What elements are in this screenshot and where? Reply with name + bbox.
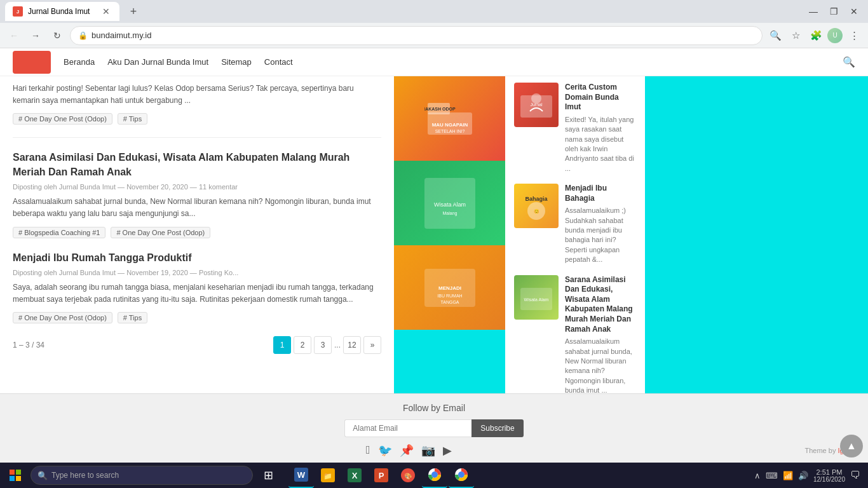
task-view-button[interactable]: ⊞	[255, 463, 281, 488]
taskbar-chrome-app[interactable]	[422, 463, 447, 488]
svg-text:TANGGA: TANGGA	[440, 300, 459, 304]
sidebar-post-excerpt-2: Assalamualaikum ;) Sudahkah sahabat bund…	[565, 206, 636, 264]
bookmark-icon[interactable]: ☆	[787, 27, 804, 44]
taskbar-app5[interactable]: 🎨	[395, 463, 421, 488]
tray-keyboard-icon[interactable]: ⌨	[766, 471, 778, 480]
article-card-top: Hari terkahir posting! Sebentar lagi lul…	[13, 83, 381, 138]
article-title-1[interactable]: Sarana Asimilasi Dan Edukasi, Wisata Ala…	[13, 151, 381, 179]
email-input[interactable]	[344, 419, 471, 437]
svg-text:IBU RUMAH: IBU RUMAH	[437, 294, 462, 298]
article-title-2[interactable]: Menjadi Ibu Rumah Tangga Produktif	[13, 251, 381, 265]
title-bar: J Jurnal Bunda Imut ✕ + — ❐ ✕	[0, 0, 868, 23]
scroll-top-button[interactable]: ▲	[840, 435, 863, 458]
svg-text:X: X	[352, 471, 358, 480]
taskbar-word-app[interactable]: W	[288, 463, 314, 488]
forward-button[interactable]: →	[27, 27, 44, 44]
sidebar-post-title-2[interactable]: Menjadi Ibu Bahagia	[565, 184, 636, 203]
instagram-icon[interactable]: 📷	[421, 444, 435, 458]
nav-contact[interactable]: Contact	[264, 57, 293, 67]
reload-button[interactable]: ↻	[48, 27, 66, 44]
svg-text:Wisata Alam: Wisata Alam	[524, 297, 549, 302]
extensions-icon[interactable]: 🧩	[807, 27, 825, 44]
minimize-button[interactable]: —	[804, 3, 822, 20]
site-logo[interactable]	[13, 51, 51, 74]
window-controls: — ❐ ✕	[804, 3, 863, 20]
maximize-button[interactable]: ❐	[825, 3, 843, 20]
sidebar-thumb-2: Bahagia 😊	[514, 184, 559, 228]
nav-beranda[interactable]: Beranda	[64, 57, 95, 67]
svg-text:P: P	[379, 471, 384, 480]
nav-sitemap[interactable]: Sitemap	[221, 57, 252, 67]
search-icon[interactable]: 🔍	[766, 27, 784, 44]
address-bar: ← → ↻ 🔒 bundaimut.my.id 🔍 ☆ 🧩 U ⋮	[0, 23, 868, 48]
sidebar-post-1: Jurnal Cerita Custom Domain Bunda Imut E…	[514, 83, 636, 173]
close-button[interactable]: ✕	[845, 3, 863, 20]
sidebar-post-excerpt-1: Exited! Ya, itulah yang saya rasakan saa…	[565, 115, 636, 173]
tray-volume-icon[interactable]: 🔊	[798, 471, 808, 480]
notification-icon[interactable]: 🗨	[850, 470, 860, 481]
article-row-2: Menjadi Ibu Rumah Tangga Produktif Dipos…	[13, 251, 381, 324]
tag-odop[interactable]: # One Day One Post (Odop)	[13, 113, 112, 125]
tray-up-arrow[interactable]: ∧	[754, 471, 761, 480]
youtube-icon[interactable]: ▶	[443, 444, 452, 458]
nav-about[interactable]: Aku Dan Jurnal Bunda Imut	[107, 57, 208, 67]
svg-text:📁: 📁	[323, 471, 332, 480]
pagination: 1 – 3 / 34 1 2 3 ... 12 »	[13, 336, 381, 354]
url-bar[interactable]: 🔒 bundaimut.my.id	[70, 26, 763, 45]
svg-point-35	[431, 471, 438, 478]
blog-posts: Hari terkahir posting! Sebentar lagi lul…	[0, 76, 394, 393]
sidebar: Jurnal Cerita Custom Domain Bunda Imut E…	[505, 76, 645, 393]
page-2-button[interactable]: 2	[294, 336, 311, 354]
page-dots: ...	[334, 341, 341, 349]
sidebar-post-content-2: Menjadi Ibu Bahagia Assalamualaikum ;) S…	[565, 184, 636, 265]
taskbar-chrome2-app[interactable]	[449, 463, 474, 488]
article-row-1: Sarana Asimilasi Dan Edukasi, Wisata Ala…	[13, 151, 381, 238]
sidebar-post-excerpt-3: Assalamualaikum sahabat jurnal bunda, Ne…	[565, 337, 636, 393]
svg-text:MAKASH ODOP: MAKASH ODOP	[424, 107, 456, 111]
tag-tips-2[interactable]: # Tips	[118, 312, 147, 323]
profile-avatar[interactable]: U	[827, 28, 843, 43]
pinterest-icon[interactable]: 📌	[400, 444, 414, 458]
thumb-image-1[interactable]: MAU NGAPAIN SETELAH INI? MAKASH ODOP	[394, 76, 505, 161]
tab-close-button[interactable]: ✕	[100, 6, 112, 17]
site-nav: Beranda Aku Dan Jurnal Bunda Imut Sitema…	[0, 48, 868, 76]
page-12-button[interactable]: 12	[343, 336, 361, 354]
sidebar-post-title-3[interactable]: Sarana Asimilasi Dan Edukasi, Wisata Ala…	[565, 275, 636, 335]
page-3-button[interactable]: 3	[314, 336, 332, 354]
back-button[interactable]: ←	[5, 27, 23, 44]
tag-tips[interactable]: # Tips	[118, 113, 147, 125]
nav-search-icon[interactable]: 🔍	[843, 56, 855, 68]
svg-text:SETELAH INI?: SETELAH INI?	[435, 129, 465, 133]
subscribe-button[interactable]: Subscribe	[471, 419, 523, 437]
article-meta-1: Diposting oleh Jurnal Bunda Imut — Novem…	[13, 183, 381, 191]
tag-blogspedia[interactable]: # Blogspedia Coaching #1	[13, 227, 105, 238]
tray-clock[interactable]: 2:51 PM 12/16/2020	[813, 468, 845, 483]
thumb-image-3[interactable]: MENJADI IBU RUMAH TANGGA	[394, 245, 505, 330]
tag-odop-3[interactable]: # One Day One Post (Odop)	[13, 312, 112, 323]
article-tags-top: # One Day One Post (Odop) # Tips	[13, 113, 381, 125]
sidebar-post-title-1[interactable]: Cerita Custom Domain Bunda Imut	[565, 83, 636, 112]
taskbar-excel-app[interactable]: X	[342, 463, 367, 488]
new-tab-button[interactable]: +	[125, 3, 142, 20]
page-next-button[interactable]: »	[363, 336, 381, 354]
facebook-icon[interactable]: 	[366, 444, 370, 458]
active-tab[interactable]: J Jurnal Bunda Imut ✕	[5, 2, 119, 21]
pagination-pages: 1 2 3 ... 12 »	[273, 336, 381, 354]
menu-icon[interactable]: ⋮	[845, 27, 863, 44]
system-tray: ∧ ⌨ 📶 🔊 2:51 PM 12/16/2020 🗨	[754, 468, 865, 483]
page-1-button[interactable]: 1	[273, 336, 291, 354]
tray-network-icon[interactable]: 📶	[783, 471, 793, 480]
taskbar-explorer-app[interactable]: 📁	[315, 463, 341, 488]
thumb-image-2[interactable]: Wisata Alam Malang	[394, 161, 505, 245]
start-button[interactable]	[3, 463, 28, 488]
svg-text:W: W	[297, 470, 306, 480]
taskbar-search-bar[interactable]: 🔍 Type here to search	[31, 466, 253, 485]
email-row: Subscribe	[0, 419, 868, 437]
twitter-icon[interactable]: 🐦	[378, 444, 392, 458]
website: Beranda Aku Dan Jurnal Bunda Imut Sitema…	[0, 48, 868, 463]
thumb-image-container: MAU NGAPAIN SETELAH INI? MAKASH ODOP Wis…	[394, 76, 505, 330]
tray-date: 12/16/2020	[813, 476, 845, 483]
taskbar-ppt-app[interactable]: P	[369, 463, 394, 488]
site-nav-links: Beranda Aku Dan Jurnal Bunda Imut Sitema…	[64, 57, 843, 67]
tag-odop-2[interactable]: # One Day One Post (Odop)	[111, 227, 210, 238]
